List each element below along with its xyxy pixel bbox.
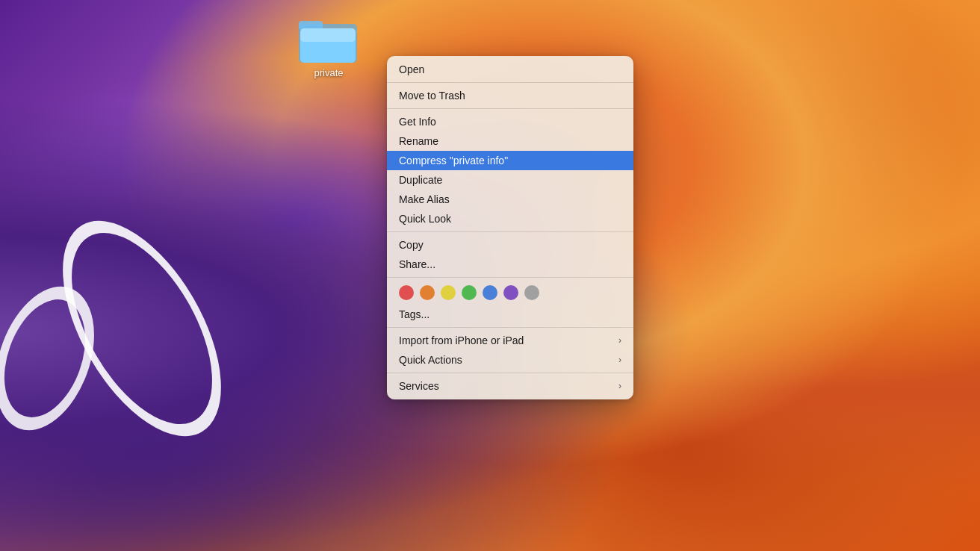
menu-item-make-alias[interactable]: Make Alias — [387, 190, 633, 209]
menu-item-tags-label: Tags... — [399, 308, 429, 320]
menu-item-open-label: Open — [399, 63, 424, 75]
divider-4 — [387, 277, 633, 278]
menu-item-copy-label: Copy — [399, 239, 424, 251]
menu-item-compress-label: Compress "private info" — [399, 155, 508, 166]
chevron-right-icon-import: › — [618, 335, 621, 346]
menu-item-duplicate-label: Duplicate — [399, 174, 442, 186]
context-menu: Open Move to Trash Get Info Rename Compr… — [387, 56, 633, 399]
chevron-right-icon-quick-actions: › — [618, 355, 621, 365]
menu-item-share-label: Share... — [399, 258, 435, 270]
divider-6 — [387, 373, 633, 373]
menu-item-quick-actions-label: Quick Actions — [399, 354, 462, 366]
desktop-folder[interactable]: private — [299, 13, 359, 78]
menu-item-import-iphone-label: Import from iPhone or iPad — [399, 334, 524, 346]
menu-item-copy[interactable]: Copy — [387, 235, 633, 255]
menu-item-move-to-trash-label: Move to Trash — [399, 90, 465, 102]
divider-5 — [387, 327, 633, 328]
menu-item-duplicate[interactable]: Duplicate — [387, 170, 633, 190]
menu-item-share[interactable]: Share... — [387, 255, 633, 274]
tag-dot-orange[interactable] — [420, 285, 435, 300]
divider-2 — [387, 108, 633, 109]
menu-item-services[interactable]: Services › — [387, 376, 633, 396]
tag-dot-blue[interactable] — [483, 285, 497, 300]
menu-item-quick-look-label: Quick Look — [399, 213, 451, 225]
menu-item-quick-look[interactable]: Quick Look — [387, 209, 633, 228]
tag-dot-yellow[interactable] — [441, 285, 456, 300]
tag-dot-red[interactable] — [399, 285, 414, 300]
folder-icon — [299, 13, 359, 64]
menu-item-import-iphone[interactable]: Import from iPhone or iPad › — [387, 331, 633, 350]
divider-3 — [387, 231, 633, 232]
tag-dot-gray[interactable] — [524, 285, 539, 300]
menu-item-get-info-label: Get Info — [399, 116, 436, 128]
menu-item-quick-actions[interactable]: Quick Actions › — [387, 350, 633, 370]
chevron-right-icon-services: › — [618, 381, 621, 391]
divider-1 — [387, 82, 633, 83]
menu-item-rename[interactable]: Rename — [387, 131, 633, 151]
menu-item-tags[interactable]: Tags... — [387, 305, 633, 324]
menu-item-rename-label: Rename — [399, 135, 438, 147]
menu-item-get-info[interactable]: Get Info — [387, 112, 633, 131]
tag-dot-green[interactable] — [462, 285, 477, 300]
menu-item-open[interactable]: Open — [387, 60, 633, 79]
menu-item-move-to-trash[interactable]: Move to Trash — [387, 86, 633, 105]
menu-item-compress[interactable]: Compress "private info" — [387, 151, 633, 170]
tag-dot-purple[interactable] — [503, 285, 518, 300]
menu-item-make-alias-label: Make Alias — [399, 193, 450, 205]
tags-color-row — [387, 281, 633, 305]
folder-label: private — [314, 67, 343, 78]
svg-rect-3 — [300, 28, 356, 42]
menu-item-services-label: Services — [399, 380, 439, 392]
